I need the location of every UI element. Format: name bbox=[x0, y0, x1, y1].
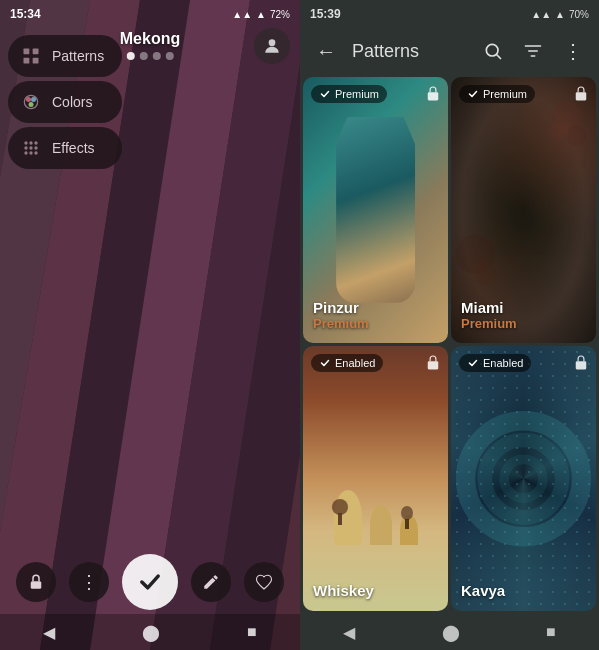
whiskey-lock bbox=[426, 354, 440, 376]
wifi-icon-left: ▲ bbox=[256, 9, 266, 20]
whiskey-badge: Enabled bbox=[311, 354, 383, 372]
card-miami[interactable]: Premium Miami Premium bbox=[451, 77, 596, 343]
whiskey-name-area: Whiskey bbox=[313, 582, 374, 599]
pinzur-subtitle: Premium bbox=[313, 316, 369, 331]
check-icon-pinzur bbox=[319, 88, 331, 100]
svg-rect-40 bbox=[428, 361, 439, 369]
page-dots bbox=[120, 52, 180, 60]
nav-home-left[interactable]: ⬤ bbox=[142, 623, 160, 642]
filter-button[interactable] bbox=[515, 33, 551, 69]
nav-square-right[interactable]: ■ bbox=[546, 623, 556, 641]
kavya-title: Kavya bbox=[461, 582, 505, 599]
edit-button[interactable] bbox=[191, 562, 231, 602]
pinzur-badge-label: Premium bbox=[335, 88, 379, 100]
svg-point-17 bbox=[29, 102, 34, 107]
svg-rect-44 bbox=[576, 361, 587, 369]
nav-bar-right: ◀ ⬤ ■ bbox=[300, 614, 599, 650]
signal-icon-left: ▲▲ bbox=[232, 9, 252, 20]
miami-badge-label: Premium bbox=[483, 88, 527, 100]
effects-icon bbox=[20, 137, 42, 159]
svg-point-9 bbox=[269, 39, 276, 46]
wifi-icon-right: ▲ bbox=[555, 9, 565, 20]
pinzur-badge: Premium bbox=[311, 85, 387, 103]
pinzur-lock bbox=[426, 85, 440, 107]
whiskey-plant bbox=[325, 497, 355, 537]
kavya-lock bbox=[574, 354, 588, 376]
svg-rect-11 bbox=[33, 49, 39, 55]
check-button[interactable] bbox=[122, 554, 178, 610]
heart-button[interactable] bbox=[244, 562, 284, 602]
nav-back-right[interactable]: ◀ bbox=[343, 623, 355, 642]
colors-icon bbox=[20, 91, 42, 113]
whiskey-title: Whiskey bbox=[313, 582, 374, 599]
back-button[interactable]: ← bbox=[308, 33, 344, 69]
svg-rect-37 bbox=[338, 513, 342, 525]
left-panel: 15:34 ▲▲ ▲ 72% Mekong bbox=[0, 0, 300, 650]
svg-point-22 bbox=[29, 146, 32, 149]
more-options-icon: ⋮ bbox=[563, 39, 583, 63]
search-button[interactable] bbox=[475, 33, 511, 69]
sidebar-item-colors[interactable]: Colors bbox=[8, 81, 122, 123]
dot-1 bbox=[126, 52, 134, 60]
wallpaper-name: Mekong bbox=[120, 30, 180, 48]
lock-button[interactable] bbox=[16, 562, 56, 602]
miami-badge: Premium bbox=[459, 85, 535, 103]
status-bar-right: 15:39 ▲▲ ▲ 70% bbox=[300, 0, 599, 28]
kavya-spiral bbox=[451, 346, 596, 612]
check-icon-miami bbox=[467, 88, 479, 100]
bottom-action-bar: ⋮ bbox=[0, 554, 300, 610]
svg-point-18 bbox=[24, 141, 27, 144]
status-icons-right: ▲▲ ▲ 70% bbox=[531, 9, 589, 20]
card-kavya[interactable]: Enabled Kavya bbox=[451, 346, 596, 612]
wallpaper-title-area: Mekong bbox=[120, 30, 180, 60]
battery-left: 72% bbox=[270, 9, 290, 20]
card-whiskey[interactable]: Enabled Whiskey bbox=[303, 346, 448, 612]
time-right: 15:39 bbox=[310, 7, 341, 21]
signal-icon-right: ▲▲ bbox=[531, 9, 551, 20]
miami-subtitle: Premium bbox=[461, 316, 517, 331]
pinzur-shape bbox=[336, 117, 416, 303]
right-panel: 15:39 ▲▲ ▲ 70% ← Patterns bbox=[300, 0, 599, 650]
dot-2 bbox=[139, 52, 147, 60]
svg-point-32 bbox=[550, 123, 565, 139]
nav-back-left[interactable]: ◀ bbox=[43, 623, 55, 642]
svg-rect-35 bbox=[576, 92, 587, 100]
sidebar-menu: Patterns Colors bbox=[8, 35, 122, 169]
sidebar-item-patterns[interactable]: Patterns bbox=[8, 35, 122, 77]
whiskey-plant2 bbox=[395, 505, 419, 537]
svg-rect-39 bbox=[405, 519, 409, 529]
svg-point-24 bbox=[24, 151, 27, 154]
time-left: 15:34 bbox=[10, 7, 41, 21]
svg-rect-13 bbox=[33, 58, 39, 64]
svg-point-19 bbox=[29, 141, 32, 144]
pinzur-name-area: Pinzur Premium bbox=[313, 299, 369, 331]
svg-point-31 bbox=[567, 126, 586, 146]
colors-label: Colors bbox=[52, 94, 92, 110]
battery-right: 70% bbox=[569, 9, 589, 20]
svg-rect-29 bbox=[428, 92, 439, 100]
svg-point-34 bbox=[473, 262, 496, 286]
nav-bar-left: ◀ ⬤ ■ bbox=[0, 614, 300, 650]
svg-point-42 bbox=[485, 440, 562, 517]
top-bar-right: ← Patterns ⋮ bbox=[300, 28, 599, 74]
more-button[interactable]: ⋮ bbox=[69, 562, 109, 602]
status-icons-left: ▲▲ ▲ 72% bbox=[232, 9, 290, 20]
status-bar-left: 15:34 ▲▲ ▲ 72% bbox=[0, 0, 300, 28]
kavya-badge: Enabled bbox=[459, 354, 531, 372]
more-icon: ⋮ bbox=[80, 571, 99, 593]
pinzur-title: Pinzur bbox=[313, 299, 369, 316]
nav-square-left[interactable]: ■ bbox=[247, 623, 257, 641]
svg-point-15 bbox=[26, 97, 31, 102]
svg-point-26 bbox=[34, 151, 37, 154]
more-options-button[interactable]: ⋮ bbox=[555, 33, 591, 69]
avatar-button[interactable] bbox=[254, 28, 290, 64]
svg-rect-10 bbox=[24, 49, 30, 55]
svg-point-21 bbox=[24, 146, 27, 149]
nav-home-right[interactable]: ⬤ bbox=[442, 623, 460, 642]
sidebar-item-effects[interactable]: Effects bbox=[8, 127, 122, 169]
dot-4 bbox=[165, 52, 173, 60]
card-pinzur[interactable]: Premium Pinzur Premium bbox=[303, 77, 448, 343]
page-title: Patterns bbox=[352, 41, 467, 62]
miami-lock bbox=[574, 85, 588, 107]
back-icon: ← bbox=[316, 40, 336, 63]
